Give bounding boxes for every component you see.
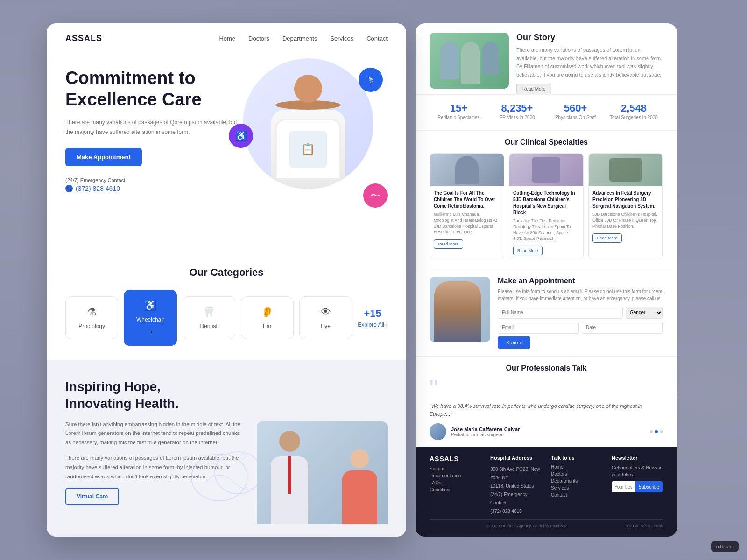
our-story-title: Our Story (516, 33, 663, 42)
copyright: © 2020 Draftner Agency. All rights reser… (486, 524, 568, 528)
phone-icon: 📞 (65, 185, 73, 192)
explore-more[interactable]: +15 Explore All › (358, 308, 388, 328)
nav-home[interactable]: Home (219, 35, 235, 42)
stat-label-1: ER Visits In 2020 (488, 114, 546, 121)
story-image (430, 33, 509, 89)
appointment-image (430, 277, 490, 342)
explore-num: +15 (364, 308, 381, 320)
floating-icon-pulse: 〜 (363, 183, 388, 208)
stat-er: 8,235+ ER Visits In 2020 (488, 102, 546, 121)
cat-proctology[interactable]: ⚗ Proctology (65, 296, 118, 339)
testimonial-title: Our Professionals Talk (430, 364, 663, 372)
footer-col-address: Hospital Address 350 5th Ave PO28, New Y… (490, 455, 542, 515)
make-appointment-button[interactable]: Make Appointment (65, 148, 142, 166)
footer-col-links: Talk to us Home Doctors Departments Serv… (551, 455, 602, 515)
chevron-right-icon: › (386, 322, 388, 328)
category-cards: ⚗ Proctology ♿ Wheelchair → 🦷 Dentist 👂 … (65, 290, 388, 346)
submit-button[interactable]: Submit (498, 336, 530, 349)
wheelchair-icon: ♿ (144, 300, 156, 312)
footer-link-faqs[interactable]: FAQs (430, 480, 481, 485)
testimonial-author: Jose Maria Caffarena Calvar Pediatric ca… (430, 423, 663, 440)
nav-contact[interactable]: Contact (366, 35, 388, 42)
footer-link-docs[interactable]: Documentation (430, 473, 481, 478)
footer-col-brand: ASSALS Support Documentation FAQs Condit… (430, 455, 481, 515)
clinical-readmore-0[interactable]: Read More (434, 239, 463, 249)
eye-icon: 👁 (321, 306, 331, 318)
right-panel: Our Story There are many variations of p… (416, 23, 677, 537)
clinical-card-2: Advances In Fetal Surgery Precision Pion… (588, 153, 663, 259)
clinical-readmore-2[interactable]: Read More (592, 233, 622, 243)
categories-title: Our Categories (65, 266, 388, 279)
bottom-image (257, 421, 388, 524)
cat-eye[interactable]: 👁 Eye (299, 296, 352, 339)
cat-ear[interactable]: 👂 Ear (241, 296, 294, 339)
hero-description: There are many variations of passages of… (65, 118, 243, 137)
appointment-desc: Please use this form to send us an email… (498, 288, 663, 302)
story-image-placeholder (430, 33, 509, 89)
wheelchair-arrow: → (147, 328, 154, 336)
footer-nav-departments[interactable]: Departments (551, 478, 602, 483)
clinical-readmore-1[interactable]: Read More (513, 246, 543, 255)
ear-label: Ear (263, 323, 272, 329)
author-info: Jose Maria Caffarena Calvar Pediatric ca… (451, 427, 520, 437)
bottom-content: Inspiring Hope, Innovating Health. Sure … (65, 378, 243, 505)
stat-num-2: 560+ (546, 102, 605, 114)
bottom-section: Inspiring Hope, Innovating Health. Sure … (47, 360, 406, 524)
cat-wheelchair[interactable]: ♿ Wheelchair → (124, 290, 176, 346)
footer-nav-home[interactable]: Home (551, 464, 602, 469)
cat-dentist[interactable]: 🦷 Dentist (183, 296, 235, 339)
footer-newsletter-title: Newsletter (612, 455, 663, 461)
eye-label: Eye (321, 323, 331, 329)
stat-label-0: Pediatric Specialties (430, 114, 488, 121)
author-title: Pediatric cardiac surgeon (451, 432, 520, 437)
stat-surgeries: 2,548 Total Surgeries In 2020 (605, 102, 663, 121)
privacy-links[interactable]: Privacy Policy Terms (624, 524, 663, 528)
bottom-desc1: Sure there isn't anything embarrassing h… (65, 420, 243, 448)
gender-select[interactable]: Gender Male Female (626, 307, 663, 319)
dentist-label: Dentist (200, 323, 217, 329)
appointment-content: Make an Appointment Please use this form… (498, 277, 663, 349)
footer-nav-contact[interactable]: Contact (551, 492, 602, 497)
footer-link-conditions[interactable]: Conditions (430, 487, 481, 492)
appointment-form: Gender Male Female Submit (498, 307, 663, 349)
footer-address-line1: 350 5th Ave PO28, New York, NY (490, 467, 540, 480)
subscribe-button[interactable]: Subscribe (635, 481, 663, 492)
email-input[interactable] (498, 322, 579, 334)
clinical-card-text-0: Guillermo Luis Chanada, Oncologist And H… (434, 211, 500, 235)
clinical-img-0 (430, 154, 504, 186)
newsletter-input[interactable] (612, 481, 635, 492)
footer-grid: ASSALS Support Documentation FAQs Condit… (430, 455, 663, 515)
fullname-input[interactable] (498, 307, 623, 319)
stat-label-3: Total Surgeries In 2020 (605, 114, 663, 121)
footer-link-support[interactable]: Support (430, 466, 481, 471)
footer-nav-services[interactable]: Services (551, 485, 602, 490)
nav-services[interactable]: Services (330, 35, 353, 42)
explore-text: Explore All › (358, 322, 388, 328)
categories-section: Our Categories ⚗ Proctology ♿ Wheelchair… (47, 250, 406, 360)
dot-3 (660, 430, 663, 433)
hero-content: Commitment to Excellence Care There are … (65, 68, 243, 192)
brand-logo: ASSALS (65, 34, 102, 43)
author-avatar (430, 423, 446, 440)
clinical-section: Our Clinical Specialties The Goal Is For… (416, 130, 677, 268)
newsletter-form: Subscribe (612, 481, 663, 492)
stat-num-0: 15+ (430, 102, 488, 114)
appointment-person (434, 281, 481, 342)
date-input[interactable] (582, 322, 663, 334)
clinical-card-0: The Goal Is For All The Children The Wor… (430, 153, 504, 259)
footer-nav-doctors[interactable]: Doctors (551, 471, 602, 476)
footer-address-line2: 10118, United States (490, 483, 534, 489)
dentist-icon: 🦷 (203, 306, 215, 318)
nav-departments[interactable]: Departments (282, 35, 317, 42)
story-text-area: Our Story There are many variations of p… (516, 33, 663, 94)
proctology-icon: ⚗ (87, 306, 97, 318)
footer-logo: ASSALS (430, 455, 481, 462)
footer-links-title: Talk to us (551, 455, 602, 461)
clinical-card-1: Cutting-Edge Technology In 5JD Barcelona… (509, 153, 584, 259)
virtual-care-button[interactable]: Virtual Care (65, 488, 119, 505)
nav-doctors[interactable]: Doctors (248, 35, 269, 42)
stat-label-2: Physicians On Staff (546, 114, 605, 121)
dot-1 (650, 430, 653, 433)
clinical-cards: The Goal Is For All The Children The Wor… (430, 153, 663, 259)
read-more-story-button[interactable]: Read More (516, 84, 551, 94)
